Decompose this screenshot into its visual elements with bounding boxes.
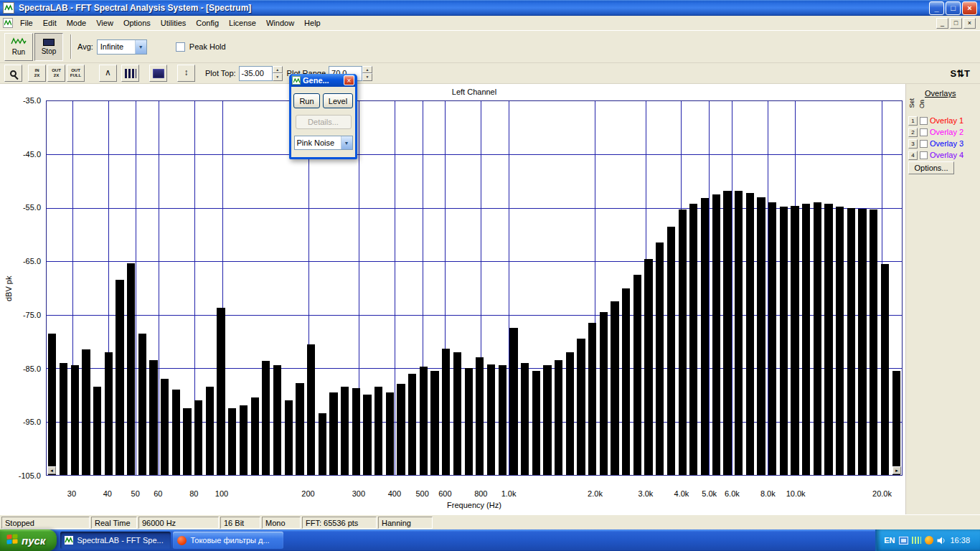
- restore-button[interactable]: □: [946, 1, 961, 15]
- overlay-on-checkbox-3[interactable]: [920, 140, 928, 148]
- menu-item-options[interactable]: Options: [118, 17, 156, 29]
- overlay-on-checkbox-1[interactable]: [920, 117, 928, 125]
- spectrum-bar: [172, 390, 180, 475]
- overlays-set-header: Set: [908, 98, 915, 108]
- spectrum-bar: [183, 408, 191, 475]
- peak-hold-checkbox[interactable]: [176, 42, 185, 52]
- child-restore-button[interactable]: □: [950, 18, 962, 29]
- plot-top-decrement[interactable]: ▼: [273, 73, 283, 81]
- generator-signal-select[interactable]: Pink Noise ▼: [294, 136, 353, 150]
- spectrum-bar: [656, 242, 664, 475]
- menu-item-help[interactable]: Help: [299, 17, 326, 29]
- menu-item-utilities[interactable]: Utilities: [156, 17, 191, 29]
- overlay-on-checkbox-4[interactable]: [920, 151, 928, 159]
- amplitude-range-icon[interactable]: ↕: [177, 65, 195, 82]
- stop-button[interactable]: Stop: [34, 33, 63, 61]
- generator-close-icon[interactable]: ×: [344, 75, 354, 85]
- zoom-icon[interactable]: [4, 65, 22, 82]
- generator-dialog-body: Run Level Details... Pink Noise ▼: [291, 87, 355, 157]
- spectrum-window-icon: [3, 18, 13, 28]
- spectrum-bar: [262, 361, 270, 475]
- zoom-out-full-icon[interactable]: OUT FULL: [67, 65, 85, 82]
- x-tick-label: 600: [438, 489, 451, 498]
- x-tick-label: 40: [103, 489, 112, 498]
- taskbar-task[interactable]: SpectraLAB - FFT Spe...: [60, 532, 171, 549]
- zoom-in-2x-icon[interactable]: IN 2X: [28, 65, 46, 82]
- spectrum-bar: [420, 367, 428, 475]
- zoom-out-2x-icon[interactable]: OUT 2X: [47, 65, 65, 82]
- overlay-on-checkbox-2[interactable]: [920, 128, 928, 136]
- plot-top-increment[interactable]: ▲: [273, 66, 283, 74]
- stop-button-label: Stop: [42, 47, 57, 55]
- spectrum-bar: [588, 323, 596, 475]
- chevron-down-icon[interactable]: ▼: [341, 136, 352, 149]
- averaging-select[interactable]: Infinite ▼: [97, 39, 147, 55]
- spectrum-bar: [341, 387, 349, 475]
- start-button[interactable]: пуск: [0, 529, 57, 551]
- menu-item-view[interactable]: View: [91, 17, 118, 29]
- update-notify-icon[interactable]: [925, 536, 933, 545]
- generator-dialog: Gene... × Run Level Details... Pink Nois…: [289, 74, 357, 159]
- v-gridline: [159, 101, 159, 475]
- spectrum-bar: [509, 328, 517, 475]
- status-field: 96000 Hz: [138, 517, 219, 529]
- spectrum-bar: [273, 365, 281, 475]
- signal-trigger-icon[interactable]: S⇅T: [950, 68, 970, 79]
- plot-top-value[interactable]: -35.00: [239, 66, 273, 81]
- spectrogram-display-icon[interactable]: [149, 65, 167, 82]
- menu-item-license[interactable]: License: [224, 17, 261, 29]
- plot-area[interactable]: ◄ ►: [46, 100, 903, 476]
- plot-range-increment[interactable]: ▲: [362, 66, 372, 74]
- signal-strength-icon[interactable]: [912, 537, 921, 544]
- volume-icon[interactable]: [937, 537, 946, 545]
- spectrum-bar: [408, 374, 416, 475]
- spectrum-bar: [757, 197, 765, 475]
- generator-dialog-titlebar[interactable]: Gene... ×: [291, 74, 355, 87]
- menu-item-mode[interactable]: Mode: [62, 17, 92, 29]
- taskbar-tasks: SpectraLAB - FFT Spe...Токовые фильтры д…: [60, 532, 283, 549]
- spectrum-bar: [442, 349, 450, 475]
- spectrum-bar: [307, 344, 315, 475]
- menu-item-file[interactable]: File: [15, 17, 38, 29]
- x-tick-label: 4.0k: [674, 489, 689, 498]
- peak-cursor-icon[interactable]: ∧: [99, 65, 117, 82]
- spectrum-display-icon[interactable]: [121, 65, 139, 82]
- menu-item-config[interactable]: Config: [191, 17, 224, 29]
- minimize-button[interactable]: _: [929, 1, 944, 15]
- spectrum-bar: [82, 349, 90, 475]
- menu-item-window[interactable]: Window: [261, 17, 299, 29]
- plot-range-decrement[interactable]: ▼: [362, 73, 372, 81]
- main-area: Left Channel dBV pk -35.0-45.0-55.0-65.0…: [0, 84, 980, 514]
- spectrum-bar: [296, 383, 303, 475]
- overlay-set-button-3[interactable]: 3: [908, 139, 918, 149]
- generator-run-button[interactable]: Run: [293, 93, 320, 108]
- stop-icon: [43, 39, 55, 46]
- language-indicator[interactable]: EN: [884, 536, 895, 545]
- scroll-left-icon[interactable]: ◄: [47, 466, 56, 474]
- generator-level-button[interactable]: Level: [323, 93, 353, 108]
- taskbar-task[interactable]: Токовые фильтры д...: [173, 532, 283, 549]
- scroll-right-icon[interactable]: ►: [892, 466, 901, 474]
- close-button[interactable]: ×: [962, 1, 977, 15]
- overlay-row: 1Overlay 1: [908, 116, 963, 126]
- peak-hold-group: Peak Hold: [176, 42, 226, 52]
- menubar: FileEditModeViewOptionsUtilitiesConfigLi…: [0, 16, 980, 31]
- overlay-set-button-2[interactable]: 2: [908, 128, 918, 137]
- overlays-options-button[interactable]: Options...: [908, 161, 954, 174]
- child-close-button[interactable]: ×: [963, 18, 976, 29]
- overlay-set-button-4[interactable]: 4: [908, 151, 918, 160]
- overlay-set-button-1[interactable]: 1: [908, 116, 918, 126]
- spectrum-bar: [228, 408, 236, 475]
- x-tick-label: 400: [388, 489, 401, 498]
- x-tick-label: 500: [415, 489, 428, 498]
- v-gridline: [709, 101, 710, 475]
- plot-top-spinner: -35.00 ▲ ▼: [239, 66, 283, 81]
- generator-details-button[interactable]: Details...: [296, 115, 352, 129]
- chevron-down-icon[interactable]: ▼: [135, 40, 146, 54]
- status-field: Stopped: [1, 517, 90, 529]
- generator-signal-value: Pink Noise: [297, 138, 335, 147]
- network-status-icon[interactable]: [899, 537, 908, 545]
- run-button[interactable]: Run: [4, 33, 33, 61]
- child-minimize-button[interactable]: _: [936, 18, 948, 29]
- menu-item-edit[interactable]: Edit: [38, 17, 62, 29]
